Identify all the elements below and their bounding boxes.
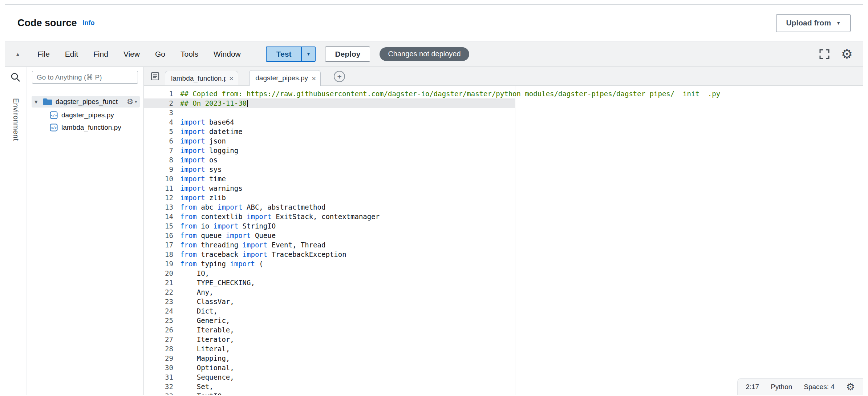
menu-edit[interactable]: Edit [57, 50, 86, 58]
collapse-panel-icon[interactable]: ▲ [15, 51, 30, 57]
line-number: 15 [144, 221, 179, 231]
tab-bar: lambda_function.py×dagster_pipes.py× + [144, 67, 863, 86]
menu-window[interactable]: Window [206, 50, 248, 58]
menu-view[interactable]: View [116, 50, 147, 58]
goto-anything-input[interactable] [32, 71, 138, 84]
environment-tab-label[interactable]: Environment [12, 98, 20, 141]
deploy-button[interactable]: Deploy [325, 47, 370, 62]
code-line[interactable]: 9import sys [144, 165, 863, 174]
code-line-text: ## On 2023-11-30 [179, 98, 248, 108]
code-line[interactable]: 12import zlib [144, 193, 863, 202]
code-line[interactable]: 21 TYPE_CHECKING, [144, 278, 863, 287]
code-line[interactable]: 16from queue import Queue [144, 231, 863, 240]
python-file-icon: </> [50, 111, 58, 119]
code-line[interactable]: 20 IO, [144, 268, 863, 278]
test-button[interactable]: Test [266, 47, 301, 62]
tab-lambda_function-py[interactable]: lambda_function.py× [165, 71, 238, 85]
code-line-text: import json [179, 136, 226, 146]
page-title: Code source [17, 17, 77, 29]
code-line[interactable]: 18from traceback import TracebackExcepti… [144, 250, 863, 259]
code-line[interactable]: 25 Generic, [144, 316, 863, 325]
line-number: 30 [144, 363, 179, 372]
code-line[interactable]: 14from contextlib import ExitStack, cont… [144, 212, 863, 221]
upload-from-button[interactable]: Upload from ▼ [776, 14, 851, 32]
caret-down-icon[interactable]: ▾ [35, 98, 42, 106]
menu-tools[interactable]: Tools [173, 50, 206, 58]
code-line[interactable]: 11import warnings [144, 183, 863, 193]
menu-file[interactable]: File [30, 50, 57, 58]
code-line[interactable]: 27 Iterator, [144, 335, 863, 344]
code-line-text: Iterator, [179, 335, 234, 344]
code-line[interactable]: 1## Copied from: https://raw.githubuserc… [144, 89, 863, 98]
code-line[interactable]: 24 Dict, [144, 306, 863, 316]
fullscreen-icon[interactable] [819, 48, 830, 60]
language-mode[interactable]: Python [771, 383, 792, 391]
code-line-text: import logging [179, 146, 238, 155]
code-line[interactable]: 6import json [144, 136, 863, 146]
code-line[interactable]: 26 Iterable, [144, 325, 863, 335]
file-list-icon[interactable] [150, 72, 160, 81]
search-icon[interactable] [10, 72, 21, 83]
code-line-text: Any, [179, 287, 214, 297]
code-line[interactable]: 8import os [144, 155, 863, 165]
code-line[interactable]: 28 Literal, [144, 344, 863, 353]
code-line-text: Set, [179, 382, 214, 391]
code-line-text: IO, [179, 268, 209, 278]
menu-go[interactable]: Go [147, 50, 173, 58]
menu-find[interactable]: Find [86, 50, 116, 58]
code-line-text: Iterable, [179, 325, 234, 335]
code-line-text: from threading import Event, Thread [179, 240, 325, 250]
tab-label: lambda_function.py [171, 74, 226, 82]
tab-dagster_pipes-py[interactable]: dagster_pipes.py× [249, 70, 321, 86]
cursor-position: 2:17 [746, 383, 759, 391]
editor-settings-gear-icon[interactable]: ⚙ [841, 48, 853, 61]
test-dropdown-button[interactable]: ▼ [301, 47, 316, 62]
code-line[interactable]: 10import time [144, 174, 863, 183]
add-tab-icon[interactable]: + [334, 71, 345, 82]
python-file-icon: </> [50, 124, 58, 132]
line-number: 13 [144, 202, 179, 212]
close-icon[interactable]: × [312, 74, 316, 82]
code-line-text: Literal, [179, 344, 230, 353]
indent-setting[interactable]: Spaces: 4 [804, 383, 835, 391]
tree-file-item[interactable]: </>lambda_function.py [27, 121, 143, 134]
status-settings-gear-icon[interactable]: ⚙ [846, 382, 855, 392]
chevron-down-icon: ▼ [306, 51, 311, 57]
line-number: 28 [144, 344, 179, 353]
menu-list: FileEditFindViewGoToolsWindow [30, 50, 248, 58]
tree-file-item[interactable]: </>dagster_pipes.py [27, 109, 143, 121]
panel-header: Code source Info Upload from ▼ [5, 5, 863, 41]
close-icon[interactable]: × [229, 74, 234, 82]
code-line[interactable]: 3 [144, 108, 863, 117]
code-line-text: import zlib [179, 193, 226, 202]
line-number: 21 [144, 278, 179, 287]
info-link[interactable]: Info [83, 19, 95, 27]
tree-folder-item[interactable]: ▾ dagster_pipes_funct ⚙ ▾ [32, 96, 140, 108]
code-line-text: import base64 [179, 117, 234, 127]
line-number: 9 [144, 165, 179, 174]
file-name: lambda_function.py [61, 124, 121, 132]
code-line[interactable]: 19from typing import ( [144, 259, 863, 268]
code-line[interactable]: 5import datetime [144, 127, 863, 136]
line-number: 11 [144, 183, 179, 193]
line-number: 24 [144, 306, 179, 316]
code-line[interactable]: 7import logging [144, 146, 863, 155]
line-number: 6 [144, 136, 179, 146]
code-line-text: from abc import ABC, abstractmethod [179, 202, 325, 212]
tab-list: lambda_function.py×dagster_pipes.py× [165, 70, 332, 85]
code-line[interactable]: 22 Any, [144, 287, 863, 297]
tree-settings-gear-icon[interactable]: ⚙ ▾ [127, 98, 137, 106]
code-line[interactable]: 2## On 2023-11-30 [144, 98, 863, 108]
code-line[interactable]: 13from abc import ABC, abstractmethod [144, 202, 863, 212]
code-line-text: Mapping, [179, 353, 230, 363]
code-line[interactable]: 30 Optional, [144, 363, 863, 372]
code-line[interactable]: 29 Mapping, [144, 353, 863, 363]
code-line-text: TextIO [179, 391, 222, 395]
code-line[interactable]: 15from io import StringIO [144, 221, 863, 231]
code-editor[interactable]: 1## Copied from: https://raw.githubuserc… [144, 86, 863, 395]
svg-text:</>: </> [51, 114, 57, 117]
code-line[interactable]: 17from threading import Event, Thread [144, 240, 863, 250]
code-line[interactable]: 4import base64 [144, 117, 863, 127]
line-number: 10 [144, 174, 179, 183]
code-line[interactable]: 23 ClassVar, [144, 297, 863, 306]
